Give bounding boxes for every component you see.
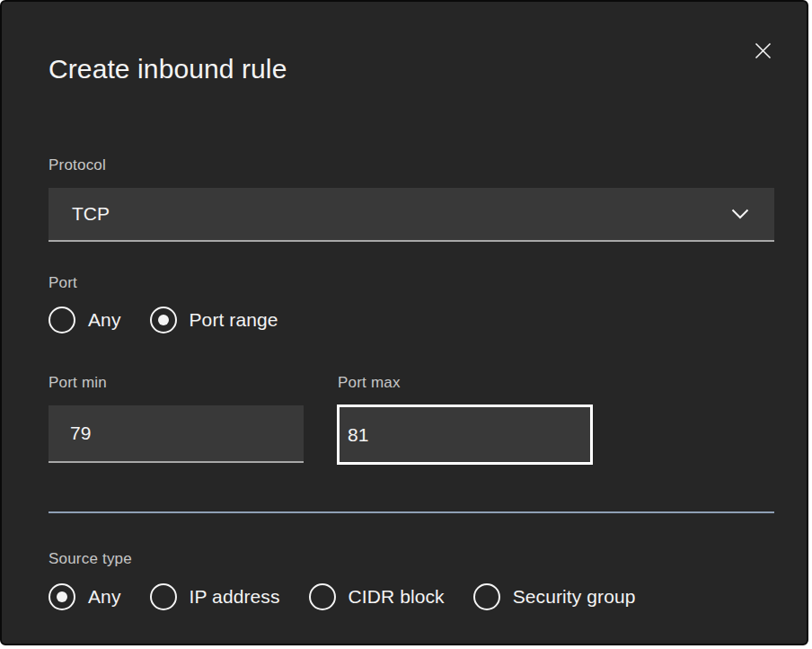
- chevron-down-icon: [731, 209, 749, 219]
- source-type-radio-group: Any IP address CIDR block Security group: [49, 583, 636, 610]
- close-icon: [755, 42, 772, 59]
- port-radio-group: Any Port range: [49, 307, 278, 333]
- radio-label: Port range: [190, 309, 278, 331]
- radio-unselected-icon[interactable]: [150, 583, 177, 610]
- port-max-label: Port max: [338, 374, 401, 392]
- radio-label: Any: [88, 309, 121, 331]
- source-option-security-group[interactable]: Security group: [473, 583, 636, 610]
- source-option-any[interactable]: Any: [49, 583, 121, 610]
- radio-label: Security group: [513, 586, 636, 608]
- radio-unselected-icon[interactable]: [49, 307, 75, 333]
- page-title: Create inbound rule: [49, 54, 287, 84]
- source-type-label: Source type: [49, 550, 132, 568]
- radio-label: Any: [88, 586, 121, 608]
- protocol-label: Protocol: [49, 156, 106, 174]
- port-label: Port: [49, 274, 77, 292]
- radio-unselected-icon[interactable]: [309, 583, 336, 610]
- port-option-any[interactable]: Any: [49, 307, 121, 333]
- port-max-input[interactable]: [337, 405, 593, 465]
- radio-selected-icon[interactable]: [150, 307, 177, 333]
- close-button[interactable]: [746, 34, 779, 67]
- port-min-label: Port min: [49, 374, 107, 392]
- radio-selected-icon[interactable]: [49, 583, 75, 610]
- source-option-ip-address[interactable]: IP address: [150, 583, 280, 610]
- section-divider: [49, 511, 774, 513]
- create-inbound-rule-modal: Create inbound rule Protocol TCP Port An…: [0, 0, 808, 645]
- port-min-input[interactable]: [49, 405, 304, 463]
- protocol-select[interactable]: TCP: [49, 188, 774, 242]
- radio-unselected-icon[interactable]: [473, 583, 500, 610]
- source-option-cidr-block[interactable]: CIDR block: [309, 583, 445, 610]
- protocol-select-value: TCP: [49, 203, 110, 225]
- port-option-port-range[interactable]: Port range: [150, 307, 278, 333]
- radio-label: CIDR block: [349, 586, 445, 608]
- radio-label: IP address: [190, 586, 280, 608]
